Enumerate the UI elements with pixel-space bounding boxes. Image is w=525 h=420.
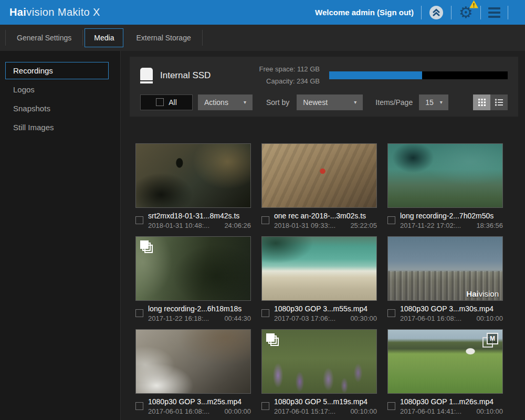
- recording-filename[interactable]: one rec an-2018-...3m02s.ts: [274, 212, 377, 220]
- sidebar-item-recordings[interactable]: Recordings: [5, 62, 109, 79]
- recordings-grid: srt2mxd18-01-31...8m42s.ts 2018-01-31 10…: [135, 143, 506, 415]
- recording-checkbox[interactable]: [135, 216, 143, 224]
- top-bar-right: Welcome admin (Sign out) ⚙ !: [315, 5, 516, 20]
- items-per-page-dropdown[interactable]: 15 ▾: [419, 94, 448, 110]
- recording-meta: 2018-01-31 10:48:... 24:06:26: [148, 222, 251, 229]
- recording-date: 2017-11-22 17:02:...: [400, 222, 461, 229]
- sort-dropdown[interactable]: Newest ▾: [297, 94, 363, 110]
- divider: [202, 30, 203, 46]
- recording-date: 2018-01-31 09:33:...: [274, 222, 335, 229]
- select-all-checkbox[interactable]: [156, 98, 164, 106]
- recording-thumbnail[interactable]: [261, 236, 377, 301]
- metadata-badge-icon: M: [482, 333, 498, 349]
- recording-checkbox[interactable]: [387, 216, 395, 224]
- recording-date: 2017-06-01 14:41:...: [400, 407, 461, 415]
- recording-checkbox[interactable]: [261, 216, 269, 224]
- recording-text: long recording-2...6h18m18s 2017-11-22 1…: [148, 304, 251, 322]
- recording-thumbnail[interactable]: [261, 329, 377, 394]
- sign-out-link[interactable]: (Sign out): [377, 8, 414, 17]
- recording-thumbnail[interactable]: [135, 329, 251, 394]
- recording-text: 1080p30 GOP 3...m25s.mp4 2017-06-01 16:0…: [148, 397, 251, 415]
- recording-date: 2017-06-01 16:08:...: [148, 407, 209, 415]
- items-per-page-label: Items/Page: [375, 98, 413, 107]
- recording-meta: 2017-07-03 17:06:... 00:30:00: [274, 314, 377, 322]
- welcome-text: Welcome admin (Sign out): [315, 8, 414, 17]
- recording-filename[interactable]: long recording-2...7h02m50s: [400, 212, 503, 220]
- tab-external-storage[interactable]: External Storage: [127, 28, 200, 47]
- menu-button[interactable]: [488, 7, 500, 18]
- settings-button[interactable]: ⚙ !: [459, 5, 473, 20]
- actions-dropdown[interactable]: Actions ▾: [198, 94, 253, 110]
- recording-checkbox[interactable]: [387, 309, 395, 317]
- grid-view-icon: [478, 99, 486, 106]
- recording-meta: 2017-06-01 16:08:... 00:00:00: [148, 407, 251, 415]
- recording-thumbnail[interactable]: M: [387, 329, 503, 394]
- recording-thumbnail[interactable]: [261, 143, 377, 208]
- sidebar-item-snapshots[interactable]: Snapshots: [5, 100, 109, 117]
- recording-duration: 00:30:00: [350, 314, 377, 322]
- recording-duration: 18:36:56: [476, 222, 503, 229]
- recording-text: 1080p30 GOP 5...m19s.mp4 2017-06-01 15:1…: [274, 397, 377, 415]
- recording-card: one rec an-2018-...3m02s.ts 2018-01-31 0…: [261, 143, 377, 229]
- recording-text: 1080p30 GOP 3...m30s.mp4 2017-06-01 16:0…: [400, 304, 503, 322]
- capacity-label: Capacity:: [266, 77, 295, 85]
- recording-thumbnail[interactable]: [135, 236, 251, 301]
- recording-checkbox[interactable]: [261, 402, 269, 410]
- recording-duration: 25:22:05: [350, 222, 377, 229]
- recording-caption: long recording-2...7h02m50s 2017-11-22 1…: [387, 212, 503, 229]
- sidebar-item-logos[interactable]: Logos: [5, 81, 109, 98]
- recording-duration: 00:44:30: [224, 314, 251, 322]
- recording-filename[interactable]: 1080p30 GOP 3...m25s.mp4: [148, 397, 251, 406]
- stream-status-icon: [429, 5, 444, 20]
- list-view-button[interactable]: [490, 94, 508, 110]
- recording-meta: 2017-06-01 16:08:... 00:10:00: [400, 314, 503, 322]
- multi-segment-icon: [266, 333, 282, 349]
- select-all-button[interactable]: All: [140, 94, 193, 110]
- welcome-label: Welcome admin: [315, 8, 377, 17]
- recording-text: srt2mxd18-01-31...8m42s.ts 2018-01-31 10…: [148, 212, 251, 229]
- recording-thumbnail[interactable]: Haivision: [387, 236, 503, 301]
- recording-checkbox[interactable]: [261, 309, 269, 317]
- divider: [5, 30, 6, 46]
- recording-date: 2017-06-01 15:17:...: [274, 407, 335, 415]
- recording-thumbnail[interactable]: [135, 143, 251, 208]
- recording-caption: srt2mxd18-01-31...8m42s.ts 2018-01-31 10…: [135, 212, 251, 229]
- recording-checkbox[interactable]: [387, 402, 395, 410]
- tab-media[interactable]: Media: [85, 28, 123, 47]
- status-button[interactable]: [429, 5, 444, 20]
- recording-duration: 24:06:26: [224, 222, 251, 229]
- chevron-down-icon: ▾: [440, 99, 443, 105]
- recording-duration: 00:00:00: [224, 407, 251, 415]
- tab-general-settings[interactable]: General Settings: [7, 28, 81, 47]
- divider: [508, 6, 508, 19]
- recording-checkbox[interactable]: [135, 309, 143, 317]
- recording-filename[interactable]: 1080p30 GOP 3...m30s.mp4: [400, 304, 503, 313]
- recording-caption: 1080p30 GOP 3...m25s.mp4 2017-06-01 16:0…: [135, 397, 251, 415]
- tab-bar: General Settings Media External Storage: [0, 25, 525, 51]
- grid-view-button[interactable]: [473, 94, 490, 110]
- capacity-value: 234 GB: [297, 77, 320, 85]
- list-view-icon: [495, 99, 503, 106]
- recording-filename[interactable]: srt2mxd18-01-31...8m42s.ts: [148, 212, 251, 220]
- recording-caption: 1080p30 GOP 5...m19s.mp4 2017-06-01 15:1…: [261, 397, 377, 415]
- sidebar-item-still-images[interactable]: Still Images: [5, 119, 109, 136]
- storage-title: Internal SSD: [160, 70, 211, 81]
- recording-duration: 00:10:00: [476, 314, 503, 322]
- chevron-down-icon: ▾: [244, 99, 246, 105]
- recording-card: 1080p30 GOP 3...m55s.mp4 2017-07-03 17:0…: [261, 236, 377, 322]
- recording-filename[interactable]: 1080p30 GOP 5...m19s.mp4: [274, 397, 377, 406]
- recording-filename[interactable]: 1080p30 GOP 1...m26s.mp4: [400, 397, 503, 406]
- recording-checkbox[interactable]: [135, 402, 143, 410]
- actions-label: Actions: [204, 98, 228, 107]
- recording-filename[interactable]: 1080p30 GOP 3...m55s.mp4: [274, 304, 377, 313]
- recording-meta: 2018-01-31 09:33:... 25:22:05: [274, 222, 377, 229]
- multi-segment-icon: [140, 240, 156, 256]
- recording-thumbnail[interactable]: [387, 143, 503, 208]
- recording-filename[interactable]: long recording-2...6h18m18s: [148, 304, 251, 313]
- hamburger-menu-icon: [488, 7, 500, 18]
- recording-caption: 1080p30 GOP 3...m55s.mp4 2017-07-03 17:0…: [261, 304, 377, 322]
- recording-caption: long recording-2...6h18m18s 2017-11-22 1…: [135, 304, 251, 322]
- recording-card: 1080p30 GOP 3...m25s.mp4 2017-06-01 16:0…: [135, 329, 251, 415]
- recording-meta: 2017-11-22 17:02:... 18:36:56: [400, 222, 503, 229]
- free-space-label: Free space:: [259, 65, 296, 73]
